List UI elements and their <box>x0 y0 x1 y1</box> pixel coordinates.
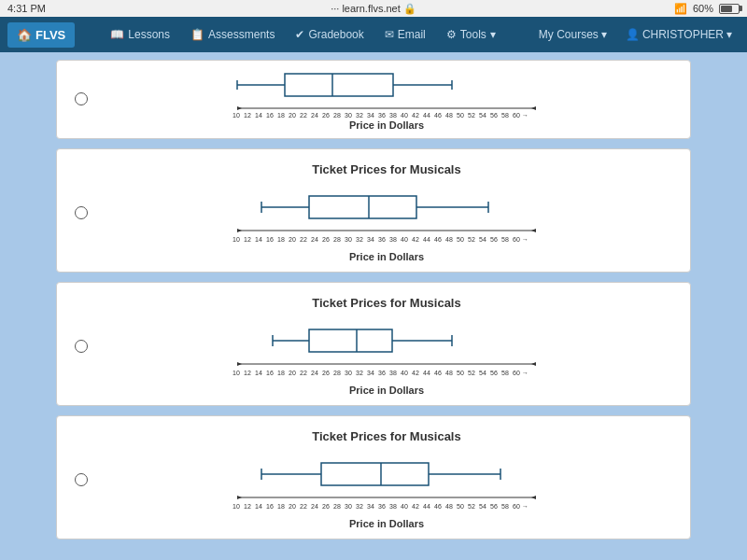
svg-text:30: 30 <box>345 112 352 118</box>
radio-col-1 <box>72 206 91 219</box>
svg-text:22: 22 <box>300 112 307 118</box>
radio-button-2[interactable] <box>75 340 88 353</box>
chart-title-1: Ticket Prices for Musicals <box>98 162 675 176</box>
svg-text:34: 34 <box>367 112 374 118</box>
svg-text:→: → <box>522 370 529 376</box>
svg-text:20: 20 <box>289 112 296 118</box>
chart-area-1: Ticket Prices for Musicals <box>98 162 675 262</box>
wifi-icon: 📶 <box>674 3 687 15</box>
nav-assessments[interactable]: 📋 Assessments <box>181 22 284 47</box>
svg-text:50: 50 <box>457 112 464 118</box>
svg-text:24: 24 <box>311 370 318 376</box>
nav-lessons[interactable]: 📖 Lessons <box>101 22 179 47</box>
svg-text:54: 54 <box>479 503 486 510</box>
chart-title-3: Ticket Prices for Musicals <box>98 429 675 443</box>
chart-container-3: Ticket Prices for Musicals <box>72 429 675 529</box>
svg-text:24: 24 <box>311 112 318 118</box>
battery-indicator <box>719 4 740 14</box>
user-menu-button[interactable]: 👤 CHRISTOPHER ▾ <box>618 23 740 46</box>
brand-label: FLVS <box>35 28 65 42</box>
svg-text:20: 20 <box>289 503 296 510</box>
my-courses-button[interactable]: My Courses ▾ <box>531 23 614 46</box>
my-courses-dropdown-icon: ▾ <box>601 28 607 41</box>
svg-text:36: 36 <box>378 236 386 243</box>
chart-area-0: 10 12 14 16 18 20 22 24 26 28 30 32 34 3… <box>98 66 675 131</box>
svg-text:30: 30 <box>345 370 352 376</box>
status-time: 4:31 PM <box>7 3 46 14</box>
svg-text:30: 30 <box>345 236 352 243</box>
svg-text:22: 22 <box>300 503 307 510</box>
svg-text:42: 42 <box>412 112 419 118</box>
svg-text:58: 58 <box>501 112 509 118</box>
svg-text:24: 24 <box>311 503 318 510</box>
battery-percent: 60% <box>693 3 713 14</box>
svg-text:44: 44 <box>423 112 430 118</box>
svg-text:32: 32 <box>356 112 363 118</box>
svg-text:10: 10 <box>233 112 240 118</box>
assessments-icon: 📋 <box>190 28 204 41</box>
chart-title-2: Ticket Prices for Musicals <box>98 296 675 310</box>
svg-text:44: 44 <box>423 370 430 376</box>
svg-text:32: 32 <box>356 236 363 243</box>
radio-button-3[interactable] <box>75 473 88 486</box>
svg-text:44: 44 <box>423 236 430 243</box>
svg-text:56: 56 <box>490 236 498 243</box>
question-card-2: Ticket Prices for Musicals <box>56 282 691 406</box>
svg-text:54: 54 <box>479 236 486 243</box>
navbar: 🏠 FLVS 📖 Lessons 📋 Assessments ✔ Gradebo… <box>0 17 747 52</box>
svg-text:10: 10 <box>233 503 240 510</box>
boxplot-svg-3: 10 12 14 16 18 20 22 24 26 28 30 32 34 3… <box>228 451 545 516</box>
svg-text:52: 52 <box>468 236 475 243</box>
svg-text:20: 20 <box>289 236 296 243</box>
email-icon: ✉ <box>385 28 394 41</box>
radio-col-3 <box>72 473 91 486</box>
svg-text:60: 60 <box>513 503 520 510</box>
svg-text:10: 10 <box>233 236 240 243</box>
svg-text:58: 58 <box>501 236 509 243</box>
svg-text:42: 42 <box>412 503 419 510</box>
svg-rect-5 <box>285 74 393 96</box>
question-card-0: 10 12 14 16 18 20 22 24 26 28 30 32 34 3… <box>56 60 691 139</box>
nav-brand[interactable]: 🏠 FLVS <box>7 22 75 48</box>
svg-text:→: → <box>522 112 529 118</box>
nav-links: 📖 Lessons 📋 Assessments ✔ Gradebook ✉ Em… <box>75 22 531 47</box>
axis-label-0: Price in Dollars <box>98 119 675 131</box>
svg-text:26: 26 <box>322 503 330 510</box>
svg-text:18: 18 <box>277 370 285 376</box>
nav-tools[interactable]: ⚙ Tools ▾ <box>437 22 505 47</box>
svg-text:38: 38 <box>389 236 397 243</box>
svg-text:24: 24 <box>311 236 318 243</box>
svg-text:28: 28 <box>333 503 341 510</box>
svg-text:12: 12 <box>244 112 251 118</box>
svg-text:22: 22 <box>300 370 307 376</box>
svg-text:40: 40 <box>401 236 408 243</box>
svg-text:60: 60 <box>513 370 520 376</box>
svg-text:12: 12 <box>244 370 251 376</box>
chart-container-1: Ticket Prices for Musicals <box>72 162 675 262</box>
svg-text:14: 14 <box>255 112 262 118</box>
boxplot-svg-2: 10 12 14 16 18 20 22 24 26 28 30 32 34 3… <box>228 317 545 383</box>
svg-text:56: 56 <box>490 503 498 510</box>
svg-text:56: 56 <box>490 370 498 376</box>
svg-marker-37 <box>237 229 242 232</box>
radio-button-1[interactable] <box>75 206 88 219</box>
svg-text:→: → <box>522 236 529 243</box>
svg-text:40: 40 <box>401 370 408 376</box>
user-icon: 👤 <box>626 28 640 41</box>
radio-button-0[interactable] <box>75 92 88 105</box>
svg-text:46: 46 <box>434 236 442 243</box>
svg-text:40: 40 <box>401 503 408 510</box>
radio-col-2 <box>72 340 91 353</box>
svg-text:42: 42 <box>412 236 419 243</box>
svg-text:10: 10 <box>233 370 240 376</box>
svg-text:30: 30 <box>345 503 352 510</box>
svg-text:48: 48 <box>445 503 453 510</box>
nav-gradebook[interactable]: ✔ Gradebook <box>286 22 373 47</box>
svg-text:36: 36 <box>378 370 386 376</box>
nav-email[interactable]: ✉ Email <box>375 22 435 47</box>
axis-label-1: Price in Dollars <box>98 251 675 262</box>
svg-text:14: 14 <box>255 236 262 243</box>
svg-text:16: 16 <box>266 236 274 243</box>
svg-text:42: 42 <box>412 370 419 376</box>
svg-text:20: 20 <box>289 370 296 376</box>
